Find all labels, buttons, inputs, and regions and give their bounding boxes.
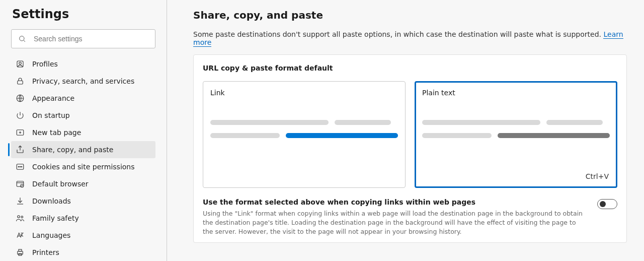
section-heading: URL copy & paste format default: [203, 64, 617, 72]
option-plain-text[interactable]: Plain text Ctrl+V: [415, 81, 617, 188]
skeleton-bar: [210, 120, 329, 125]
lock-icon: [15, 77, 25, 86]
skeleton-bar: [546, 120, 603, 125]
skeleton-bar-link: [286, 133, 398, 138]
sidebar-item-new-tab[interactable]: New tab page: [11, 124, 155, 141]
sidebar-item-printers[interactable]: Printers: [11, 244, 155, 261]
sidebar-item-label: Cookies and site permissions: [32, 163, 135, 171]
printer-icon: [15, 248, 25, 257]
svg-point-13: [21, 166, 22, 167]
family-icon: [15, 214, 25, 223]
sidebar-item-label: Languages: [32, 231, 70, 239]
svg-rect-4: [18, 81, 23, 84]
search-wrapper: [11, 29, 155, 48]
sidebar-item-label: Profiles: [32, 60, 58, 68]
sidebar-item-profiles[interactable]: Profiles: [11, 55, 155, 73]
languages-icon: [15, 231, 25, 240]
sidebar-item-label: Default browser: [32, 180, 89, 188]
sidebar-item-downloads[interactable]: Downloads: [11, 192, 155, 210]
pref-toggle[interactable]: [597, 199, 617, 209]
svg-point-12: [20, 166, 21, 167]
share-icon: [15, 145, 25, 154]
browser-icon: [15, 179, 25, 188]
skeleton-row: [422, 120, 610, 125]
search-input[interactable]: [11, 29, 155, 48]
pref-title: Use the format selected above when copyi…: [203, 198, 587, 206]
sidebar-item-appearance[interactable]: Appearance: [11, 90, 155, 107]
keyboard-shortcut: Ctrl+V: [586, 172, 609, 180]
cookies-icon: [15, 162, 25, 171]
option-link-title: Link: [210, 89, 398, 97]
skeleton-bar-plain: [498, 133, 610, 138]
sidebar-item-label: Printers: [32, 248, 59, 256]
sidebar-item-privacy[interactable]: Privacy, search, and services: [11, 73, 155, 90]
skeleton-row: [210, 120, 398, 125]
nav-list: Profiles Privacy, search, and services A…: [11, 55, 155, 261]
pref-text: Use the format selected above when copyi…: [203, 198, 587, 236]
svg-rect-22: [19, 249, 22, 251]
page-description: Some paste destinations don't support al…: [193, 30, 627, 46]
page-description-text: Some paste destinations don't support al…: [193, 30, 603, 38]
svg-point-19: [21, 216, 23, 218]
sidebar-item-label: New tab page: [32, 128, 81, 137]
pref-description: Using the "Link" format when copying lin…: [203, 209, 587, 236]
option-link[interactable]: Link: [203, 81, 406, 188]
format-options: Link Plain text: [203, 81, 617, 188]
option-plain-title: Plain text: [422, 89, 610, 97]
sidebar-item-label: Privacy, search, and services: [32, 77, 134, 85]
power-icon: [15, 111, 25, 120]
svg-point-3: [19, 62, 22, 64]
sidebar-item-languages[interactable]: Languages: [11, 227, 155, 244]
settings-card: URL copy & paste format default Link Pla…: [193, 54, 627, 243]
format-preference: Use the format selected above when copyi…: [203, 198, 617, 239]
svg-point-18: [18, 216, 20, 218]
sidebar-item-label: Family safety: [32, 214, 79, 222]
sidebar-item-label: Downloads: [32, 197, 71, 205]
profile-icon: [15, 59, 25, 69]
sidebar-item-label: Share, copy, and paste: [32, 146, 113, 154]
svg-line-1: [24, 40, 25, 42]
sidebar-item-label: Appearance: [32, 94, 74, 102]
settings-sidebar: Settings Profiles Privacy, search, and s…: [0, 0, 167, 261]
main-content: Share, copy, and paste Some paste destin…: [167, 0, 644, 261]
download-icon: [15, 197, 25, 206]
settings-title: Settings: [11, 7, 155, 21]
svg-point-11: [18, 166, 19, 167]
skeleton-bar: [335, 120, 391, 125]
skeleton-bar: [422, 120, 540, 125]
sidebar-item-share-copy-paste[interactable]: Share, copy, and paste: [11, 141, 155, 158]
sidebar-item-startup[interactable]: On startup: [11, 107, 155, 124]
svg-rect-21: [18, 251, 23, 254]
appearance-icon: [15, 94, 25, 103]
sidebar-item-default-browser[interactable]: Default browser: [11, 175, 155, 192]
skeleton-bar: [210, 133, 280, 138]
sidebar-item-family[interactable]: Family safety: [11, 210, 155, 227]
page-title: Share, copy, and paste: [193, 9, 627, 21]
svg-point-0: [20, 36, 24, 41]
skeleton-row: [422, 133, 610, 138]
sidebar-item-cookies[interactable]: Cookies and site permissions: [11, 158, 155, 175]
sidebar-item-label: On startup: [32, 111, 70, 119]
toggle-knob: [600, 201, 606, 207]
new-tab-icon: [15, 128, 25, 137]
skeleton-row: [210, 133, 398, 138]
skeleton-bar: [422, 133, 492, 138]
